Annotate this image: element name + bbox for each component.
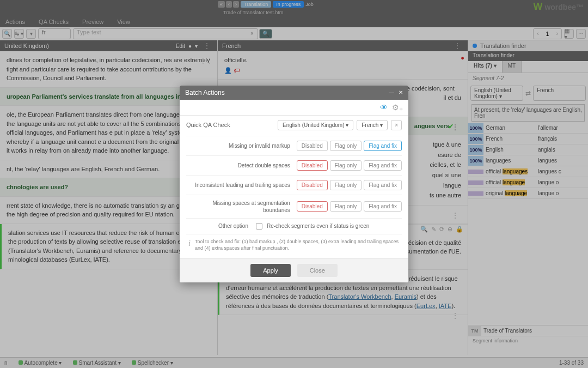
qa-option-button[interactable]: Flag only bbox=[330, 141, 362, 151]
qa-option-button[interactable]: Flag and fix bbox=[364, 141, 402, 151]
qa-check-row: Inconsistent leading and trailing spaces… bbox=[186, 175, 402, 195]
qa-src-select[interactable]: English (United Kingdom) ▾ bbox=[278, 120, 353, 130]
quick-qa-label: Quick QA Check bbox=[186, 122, 274, 128]
batch-actions-modal: Batch Actions — ✕ 👁 ⚙₊ Quick QA Check En… bbox=[180, 86, 408, 282]
apply-button[interactable]: Apply bbox=[250, 264, 291, 277]
minimize-icon[interactable]: — bbox=[389, 89, 394, 95]
qa-remove-button[interactable]: × bbox=[391, 120, 402, 130]
qa-check-row: Detect double spacesDisabledFlag onlyFla… bbox=[186, 155, 402, 175]
qa-check-name: Inconsistent leading and trailing spaces bbox=[186, 182, 297, 189]
info-icon: i bbox=[188, 239, 191, 251]
qa-check-row: Missing spaces at segmentation boundarie… bbox=[186, 195, 402, 218]
other-option-label: Other option bbox=[186, 223, 252, 229]
qa-option-button[interactable]: Flag only bbox=[330, 160, 362, 171]
qa-option-button[interactable]: Disabled bbox=[297, 180, 328, 190]
qa-option-button[interactable]: Disabled bbox=[297, 160, 328, 171]
preview-icon[interactable]: 👁 bbox=[380, 103, 388, 112]
recheck-checkbox[interactable] bbox=[256, 223, 262, 230]
qa-option-button[interactable]: Flag and fix bbox=[364, 160, 402, 171]
close-icon[interactable]: ✕ bbox=[399, 89, 403, 95]
modal-title: Batch Actions bbox=[185, 89, 225, 96]
qa-option-button[interactable]: Flag only bbox=[330, 180, 362, 190]
qa-option-button[interactable]: Disabled bbox=[297, 201, 328, 212]
qa-option-button[interactable]: Flag only bbox=[330, 201, 362, 212]
gear-icon[interactable]: ⚙₊ bbox=[392, 103, 403, 112]
qa-check-name: Missing or invalid markup bbox=[186, 142, 297, 149]
qa-tgt-select[interactable]: French ▾ bbox=[357, 120, 388, 130]
qa-option-button[interactable]: Disabled bbox=[297, 141, 328, 151]
qa-option-button[interactable]: Flag and fix bbox=[364, 180, 402, 190]
close-button[interactable]: Close bbox=[297, 264, 338, 277]
qa-check-name: Detect double spaces bbox=[186, 162, 297, 169]
recheck-label: Re-check segments even if status is gree… bbox=[267, 223, 369, 229]
qa-check-row: Missing or invalid markupDisabledFlag on… bbox=[186, 136, 402, 155]
help-text: Tool to check and fix: (1) bad markup , … bbox=[195, 239, 400, 251]
qa-option-button[interactable]: Flag and fix bbox=[364, 201, 402, 212]
qa-check-name: Missing spaces at segmentation boundarie… bbox=[186, 200, 297, 214]
modal-overlay: Batch Actions — ✕ 👁 ⚙₊ Quick QA Check En… bbox=[0, 0, 588, 355]
